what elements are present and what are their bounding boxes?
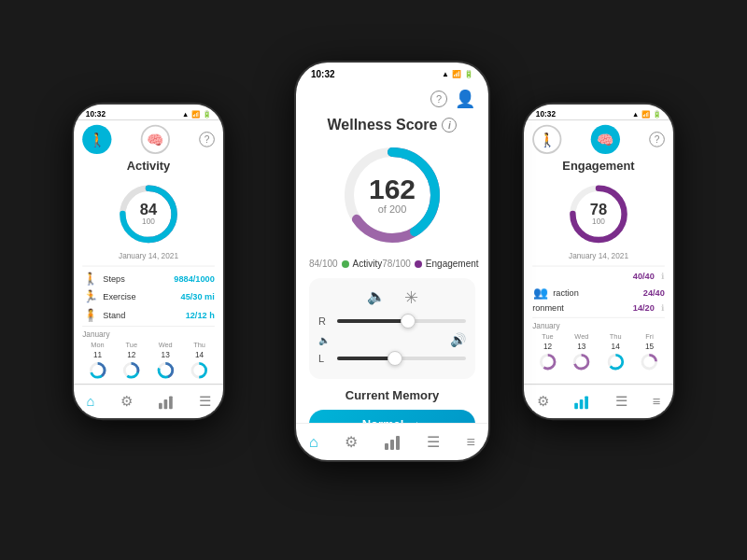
status-bar-right: 10:32 ▲ 📶 🔋: [524, 105, 673, 120]
left-top-icons: 🚶 🧠 ?: [82, 125, 215, 154]
nav-list-right[interactable]: ☰: [615, 394, 627, 410]
activity-gauge: 84 100: [82, 180, 215, 249]
status-bar-left: 10:32 ▲ 📶 🔋: [74, 105, 223, 120]
stat-interaction: 👥 raction 24/40: [532, 286, 665, 300]
vol-low-icon: 🔈: [318, 335, 330, 345]
wellness-score-center: 162 of 200: [369, 175, 416, 215]
vol-high-icon: 🔊: [450, 332, 466, 347]
brain-icon[interactable]: 🧠: [141, 125, 170, 154]
nav-settings-left[interactable]: ⚙: [120, 394, 133, 410]
svg-rect-21: [385, 443, 388, 450]
svg-rect-36: [585, 396, 589, 409]
l-slider-fill: [337, 357, 395, 360]
status-icons-right: ▲ 📶 🔋: [632, 110, 661, 118]
interaction-icon: 👥: [532, 286, 548, 300]
svg-rect-22: [390, 440, 394, 450]
left-calendar: January Mon 11 Tue 12: [82, 326, 215, 380]
left-cal-month: January: [82, 330, 215, 339]
engagement-gauge: 78 100: [532, 180, 665, 249]
engagement-stats: 40/40 ℹ 👥 raction 24/40 ronment 14/20 ℹ: [532, 266, 665, 317]
engagement-breakdown: 78/100 Engagement: [382, 259, 478, 269]
stat-environment: ronment 14/20 ℹ: [532, 303, 665, 313]
exercise-icon: 🏃: [82, 289, 98, 303]
info-btn-1[interactable]: ℹ: [661, 272, 665, 281]
cal-day-mon: Mon 11: [88, 342, 106, 380]
activity-score-text: 84 100: [140, 203, 157, 227]
r-slider-row: R: [318, 315, 466, 327]
left-cal-days: Mon 11 Tue 12: [82, 342, 215, 380]
center-screen: ? 👤 Wellness Score i 162 of 200: [296, 81, 488, 423]
wellness-gauge: 162 of 200: [309, 139, 475, 251]
stat-exercise: 🏃 Exercise 45/30 mi: [82, 289, 215, 303]
memory-title: Current Memory: [309, 388, 475, 402]
l-slider-thumb[interactable]: [388, 351, 402, 366]
r-label: R: [318, 315, 330, 327]
phones-container: 10:32 ▲ 📶 🔋 🚶 🧠 ? Activity: [19, 14, 728, 546]
nav-chart-left[interactable]: [158, 394, 174, 410]
r-slider-thumb[interactable]: [401, 314, 416, 329]
stat-steps: 🚶 Steps 9884/1000: [82, 272, 215, 286]
activity-dot: [342, 260, 349, 268]
person-icon-center: 👤: [455, 89, 475, 109]
person-icon-right[interactable]: 🚶: [532, 125, 561, 154]
left-bottom-nav: ⌂ ⚙ ☰: [74, 385, 223, 419]
activity-date: January 14, 2021: [82, 252, 215, 260]
svg-rect-15: [159, 402, 162, 408]
right-bottom-nav: ⚙ ☰ ≡: [524, 385, 673, 419]
nav-home-left[interactable]: ⌂: [87, 394, 95, 410]
nav-list-center[interactable]: ☰: [427, 433, 440, 451]
phone-left: 10:32 ▲ 📶 🔋 🚶 🧠 ? Activity: [72, 103, 225, 420]
cal-day-thu: Thu 14: [190, 342, 208, 380]
nav-menu-center[interactable]: ≡: [467, 434, 475, 451]
svg-rect-34: [575, 402, 579, 408]
activity-title: Activity: [82, 160, 215, 174]
stat-stand: 🧍 Stand 12/12 h: [82, 308, 215, 322]
svg-rect-35: [580, 399, 584, 409]
status-bar-center: 10:32 ▲ 📶 🔋: [296, 63, 488, 81]
time-left: 10:32: [86, 109, 106, 118]
nav-home-center[interactable]: ⌂: [309, 434, 318, 451]
memory-mode-button[interactable]: Normal ▲: [309, 410, 475, 423]
cal-day-wed: Wed 13: [156, 342, 175, 380]
r-slider-fill: [337, 319, 408, 323]
engagement-dot: [415, 260, 422, 268]
activity-breakdown: 84/100 Activity: [309, 259, 382, 269]
engagement-title: Engagement: [532, 160, 665, 174]
nav-settings-center[interactable]: ⚙: [345, 433, 358, 451]
panel-top-icons: 🔈 ✳: [318, 287, 466, 308]
score-breakdown: 84/100 Activity 78/100 Engagement: [309, 259, 475, 269]
stat-interaction-max: 40/40 ℹ: [532, 272, 665, 281]
time-right: 10:32: [536, 109, 556, 118]
nav-chart-center[interactable]: [384, 434, 401, 451]
svg-rect-17: [169, 396, 173, 409]
l-slider-row: L: [318, 353, 466, 364]
right-calendar: January Tue 12 Wed 13: [532, 317, 665, 371]
nav-menu-right[interactable]: ≡: [653, 394, 661, 410]
engagement-score-text: 78 100: [590, 203, 607, 227]
r-slider-track[interactable]: [337, 319, 466, 323]
wellness-title: Wellness Score i: [309, 117, 475, 133]
status-icons-center: ▲ 📶 🔋: [442, 70, 473, 78]
sparkle-icon[interactable]: ✳: [404, 287, 418, 308]
volume-icon[interactable]: 🔈: [367, 287, 386, 308]
help-icon-left[interactable]: ?: [199, 132, 215, 147]
l-label: L: [318, 353, 330, 364]
steps-icon: 🚶: [82, 272, 98, 286]
left-screen: 🚶 🧠 ? Activity 84 100 January 14, 2021: [74, 119, 223, 384]
nav-list-left[interactable]: ☰: [199, 394, 211, 410]
nav-settings-right[interactable]: ⚙: [537, 394, 549, 410]
right-cal-month: January: [532, 321, 665, 329]
activity-icon-active[interactable]: 🚶: [82, 125, 111, 154]
l-slider-track[interactable]: [337, 357, 466, 360]
info-btn-2[interactable]: ℹ: [661, 303, 665, 313]
help-icon-right[interactable]: ?: [649, 132, 665, 147]
cal-day-tue: Tue 12: [122, 342, 141, 380]
stand-icon: 🧍: [82, 308, 98, 322]
help-icon-center[interactable]: ?: [430, 91, 447, 107]
info-icon-wellness[interactable]: i: [442, 118, 457, 133]
volume-slider-row: 🔈 🔊: [318, 332, 466, 347]
brain-icon-active[interactable]: 🧠: [591, 125, 620, 154]
nav-chart-right[interactable]: [574, 394, 590, 410]
time-center: 10:32: [311, 69, 335, 79]
rcal-day-thu: Thu 14: [606, 332, 625, 371]
